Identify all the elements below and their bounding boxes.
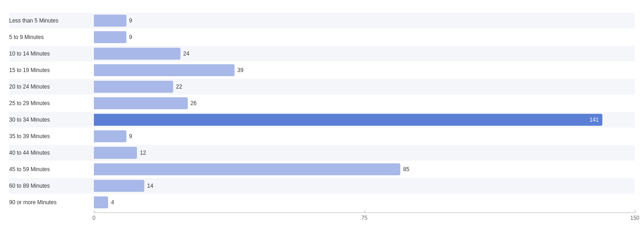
- bar-row: 45 to 59 Minutes85: [9, 162, 635, 177]
- bar-row: 5 to 9 Minutes9: [9, 29, 635, 45]
- bar-row: 10 to 14 Minutes24: [9, 46, 635, 61]
- bar-fill: [94, 81, 173, 93]
- bar-fill: [94, 163, 400, 175]
- bar-value: 9: [129, 133, 132, 140]
- bar-value: 22: [176, 84, 182, 90]
- x-axis-tick: 75: [361, 215, 367, 221]
- chart-area: Less than 5 Minutes95 to 9 Minutes910 to…: [9, 13, 635, 211]
- bar-track: 39: [94, 62, 635, 78]
- bar-value: 26: [191, 100, 196, 106]
- bar-fill: [94, 64, 235, 76]
- bar-value: 85: [403, 166, 409, 173]
- bar-label: Less than 5 Minutes: [9, 17, 94, 24]
- bar-label: 45 to 59 Minutes: [9, 166, 94, 173]
- bar-value: 4: [111, 199, 114, 206]
- bar-row: 90 or more Minutes4: [9, 195, 635, 210]
- bar-label: 5 to 9 Minutes: [9, 34, 94, 40]
- bar-fill: [94, 180, 144, 192]
- x-tick-line: [635, 210, 635, 213]
- bar-track: 14: [94, 178, 635, 194]
- bar-track: 85: [94, 162, 635, 177]
- bar-track: 9: [94, 13, 635, 28]
- bar-track: 9: [94, 128, 635, 144]
- bar-fill: [94, 48, 180, 60]
- bar-row: 20 to 24 Minutes22: [9, 79, 635, 95]
- bar-track: 12: [94, 145, 635, 161]
- bar-fill: [94, 97, 188, 109]
- bar-track: 26: [94, 95, 635, 111]
- bar-fill: [94, 15, 126, 27]
- chart-container: Less than 5 Minutes95 to 9 Minutes910 to…: [0, 0, 644, 240]
- x-axis-tick: 0: [93, 215, 96, 221]
- bar-label: 35 to 39 Minutes: [9, 133, 94, 140]
- bar-label: 40 to 44 Minutes: [9, 150, 94, 156]
- bar-row: Less than 5 Minutes9: [9, 13, 635, 28]
- bar-track: 22: [94, 79, 635, 95]
- bar-fill: [94, 31, 126, 43]
- bar-row: 15 to 19 Minutes39: [9, 62, 635, 78]
- bar-label: 90 or more Minutes: [9, 199, 94, 206]
- bar-fill: [94, 130, 126, 142]
- bar-fill: [94, 147, 137, 159]
- bar-row: 40 to 44 Minutes12: [9, 145, 635, 161]
- bar-label: 15 to 19 Minutes: [9, 67, 94, 73]
- bar-row: 35 to 39 Minutes9: [9, 128, 635, 144]
- bar-value: 24: [183, 50, 189, 57]
- bar-label: 20 to 24 Minutes: [9, 84, 94, 90]
- bar-track: 4: [94, 195, 635, 210]
- bar-label: 10 to 14 Minutes: [9, 50, 94, 57]
- x-axis-baseline: [94, 212, 635, 213]
- x-axis-tick: 150: [630, 215, 639, 221]
- bar-value: 9: [129, 17, 132, 24]
- bar-label: 30 to 34 Minutes: [9, 117, 94, 123]
- bar-row: 60 to 89 Minutes14: [9, 178, 635, 194]
- bar-value: 12: [140, 150, 146, 156]
- bar-value: 9: [129, 34, 132, 40]
- bar-fill: 141: [94, 114, 602, 126]
- bar-fill: [94, 196, 108, 208]
- bar-row: 25 to 29 Minutes26: [9, 95, 635, 111]
- bar-value: 14: [147, 183, 153, 189]
- bar-track: 141: [94, 112, 635, 128]
- bar-track: 9: [94, 29, 635, 45]
- bar-row: 30 to 34 Minutes141: [9, 112, 635, 128]
- bar-value: 141: [589, 117, 602, 123]
- bar-label: 25 to 29 Minutes: [9, 100, 94, 106]
- bar-track: 24: [94, 46, 635, 61]
- bar-label: 60 to 89 Minutes: [9, 183, 94, 189]
- x-axis: 075150: [94, 212, 635, 221]
- bar-value: 39: [237, 67, 243, 73]
